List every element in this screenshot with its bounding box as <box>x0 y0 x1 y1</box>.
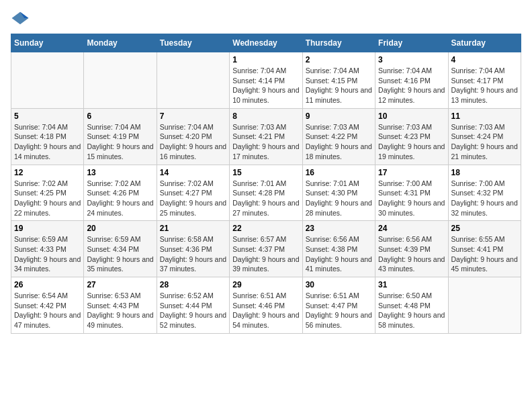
daylight-text: Daylight: 9 hours and 32 minutes. <box>451 198 518 218</box>
weekday-header: Monday <box>84 34 157 52</box>
day-number: 12 <box>14 168 81 177</box>
page-header <box>11 11 521 26</box>
daylight-text: Daylight: 9 hours and 16 minutes. <box>160 142 226 161</box>
day-info: Sunrise: 6:53 AMSunset: 4:43 PMDaylight:… <box>87 291 153 330</box>
sunset-text: Sunset: 4:44 PM <box>160 301 226 311</box>
weekday-header: Thursday <box>302 34 375 52</box>
sunset-text: Sunset: 4:36 PM <box>160 244 226 255</box>
sunrise-text: Sunrise: 6:50 AM <box>378 291 445 301</box>
day-number: 18 <box>451 168 518 177</box>
sunrise-text: Sunrise: 6:55 AM <box>451 234 518 244</box>
calendar-day-cell: 1Sunrise: 7:04 AMSunset: 4:14 PMDaylight… <box>230 52 302 109</box>
daylight-text: Daylight: 9 hours and 37 minutes. <box>160 255 226 274</box>
calendar-day-cell: 29Sunrise: 6:51 AMSunset: 4:46 PMDayligh… <box>230 277 302 334</box>
weekday-header: Sunday <box>11 34 84 52</box>
daylight-text: Daylight: 9 hours and 56 minutes. <box>306 310 372 330</box>
day-number: 27 <box>87 280 153 289</box>
daylight-text: Daylight: 9 hours and 28 minutes. <box>306 198 372 218</box>
calendar-day-cell: 15Sunrise: 7:01 AMSunset: 4:28 PMDayligh… <box>230 165 302 221</box>
sunset-text: Sunset: 4:23 PM <box>378 132 445 142</box>
day-number: 20 <box>87 224 153 233</box>
weekday-header: Tuesday <box>157 34 229 52</box>
day-info: Sunrise: 7:02 AMSunset: 4:27 PMDaylight:… <box>160 179 226 218</box>
sunrise-text: Sunrise: 6:56 AM <box>306 234 372 244</box>
sunrise-text: Sunrise: 7:03 AM <box>306 122 372 132</box>
daylight-text: Daylight: 9 hours and 41 minutes. <box>306 255 372 274</box>
daylight-text: Daylight: 9 hours and 52 minutes. <box>160 310 226 330</box>
day-number: 7 <box>160 111 226 121</box>
day-info: Sunrise: 6:55 AMSunset: 4:41 PMDaylight:… <box>451 234 518 274</box>
calendar-day-cell: 24Sunrise: 6:56 AMSunset: 4:39 PMDayligh… <box>375 221 448 277</box>
daylight-text: Daylight: 9 hours and 34 minutes. <box>14 255 81 274</box>
sunrise-text: Sunrise: 7:04 AM <box>451 66 518 76</box>
sunrise-text: Sunrise: 6:59 AM <box>87 234 153 244</box>
sunrise-text: Sunrise: 7:04 AM <box>306 66 372 76</box>
sunrise-text: Sunrise: 6:56 AM <box>378 234 445 244</box>
day-number: 15 <box>232 168 299 177</box>
daylight-text: Daylight: 9 hours and 15 minutes. <box>87 142 153 161</box>
day-info: Sunrise: 6:58 AMSunset: 4:36 PMDaylight:… <box>160 234 226 274</box>
day-number: 4 <box>451 55 518 64</box>
calendar-week-row: 5Sunrise: 7:04 AMSunset: 4:18 PMDaylight… <box>11 108 521 165</box>
sunrise-text: Sunrise: 7:03 AM <box>232 122 299 132</box>
day-info: Sunrise: 7:04 AMSunset: 4:16 PMDaylight:… <box>378 66 445 105</box>
weekday-header-row: SundayMondayTuesdayWednesdayThursdayFrid… <box>11 34 521 52</box>
daylight-text: Daylight: 9 hours and 30 minutes. <box>378 198 445 218</box>
sunset-text: Sunset: 4:47 PM <box>306 301 372 311</box>
sunrise-text: Sunrise: 7:04 AM <box>14 122 81 132</box>
day-info: Sunrise: 6:59 AMSunset: 4:33 PMDaylight:… <box>14 234 81 274</box>
daylight-text: Daylight: 9 hours and 22 minutes. <box>14 198 81 218</box>
calendar-day-cell: 22Sunrise: 6:57 AMSunset: 4:37 PMDayligh… <box>230 221 302 277</box>
day-info: Sunrise: 6:51 AMSunset: 4:46 PMDaylight:… <box>232 291 299 330</box>
day-number: 2 <box>306 55 372 64</box>
day-info: Sunrise: 6:56 AMSunset: 4:38 PMDaylight:… <box>306 234 372 274</box>
day-number: 16 <box>306 168 372 177</box>
logo-icon <box>11 11 30 26</box>
calendar-day-cell: 10Sunrise: 7:03 AMSunset: 4:23 PMDayligh… <box>375 108 448 165</box>
calendar-day-cell: 9Sunrise: 7:03 AMSunset: 4:22 PMDaylight… <box>302 108 375 165</box>
sunset-text: Sunset: 4:16 PM <box>378 76 445 86</box>
daylight-text: Daylight: 9 hours and 24 minutes. <box>87 198 153 218</box>
weekday-header: Saturday <box>448 34 521 52</box>
day-number: 30 <box>306 280 372 289</box>
day-number: 29 <box>232 280 299 289</box>
sunrise-text: Sunrise: 7:04 AM <box>232 66 299 76</box>
sunset-text: Sunset: 4:18 PM <box>14 132 81 142</box>
calendar-day-cell: 4Sunrise: 7:04 AMSunset: 4:17 PMDaylight… <box>448 52 521 109</box>
day-info: Sunrise: 7:04 AMSunset: 4:15 PMDaylight:… <box>306 66 372 105</box>
calendar-day-cell: 18Sunrise: 7:00 AMSunset: 4:32 PMDayligh… <box>448 165 521 221</box>
sunset-text: Sunset: 4:21 PM <box>232 132 299 142</box>
sunset-text: Sunset: 4:30 PM <box>306 188 372 198</box>
day-number: 26 <box>14 280 81 289</box>
weekday-header: Wednesday <box>230 34 302 52</box>
day-info: Sunrise: 6:54 AMSunset: 4:42 PMDaylight:… <box>14 291 81 330</box>
sunrise-text: Sunrise: 7:03 AM <box>451 122 518 132</box>
calendar-day-cell: 25Sunrise: 6:55 AMSunset: 4:41 PMDayligh… <box>448 221 521 277</box>
calendar-day-cell <box>84 52 157 109</box>
sunset-text: Sunset: 4:17 PM <box>451 76 518 86</box>
sunset-text: Sunset: 4:15 PM <box>306 76 372 86</box>
sunset-text: Sunset: 4:34 PM <box>87 244 153 255</box>
calendar-day-cell: 8Sunrise: 7:03 AMSunset: 4:21 PMDaylight… <box>230 108 302 165</box>
day-number: 31 <box>378 280 445 289</box>
day-info: Sunrise: 7:04 AMSunset: 4:14 PMDaylight:… <box>232 66 299 105</box>
sunrise-text: Sunrise: 6:51 AM <box>306 291 372 301</box>
calendar-day-cell: 19Sunrise: 6:59 AMSunset: 4:33 PMDayligh… <box>11 221 84 277</box>
sunrise-text: Sunrise: 7:02 AM <box>14 179 81 189</box>
daylight-text: Daylight: 9 hours and 45 minutes. <box>451 255 518 274</box>
calendar-day-cell: 31Sunrise: 6:50 AMSunset: 4:48 PMDayligh… <box>375 277 448 334</box>
calendar-week-row: 12Sunrise: 7:02 AMSunset: 4:25 PMDayligh… <box>11 165 521 221</box>
day-info: Sunrise: 6:57 AMSunset: 4:37 PMDaylight:… <box>232 234 299 274</box>
sunset-text: Sunset: 4:22 PM <box>306 132 372 142</box>
day-number: 5 <box>14 111 81 121</box>
daylight-text: Daylight: 9 hours and 54 minutes. <box>232 310 299 330</box>
day-number: 8 <box>232 111 299 121</box>
daylight-text: Daylight: 9 hours and 18 minutes. <box>306 142 372 161</box>
day-info: Sunrise: 7:00 AMSunset: 4:31 PMDaylight:… <box>378 179 445 218</box>
calendar-day-cell: 12Sunrise: 7:02 AMSunset: 4:25 PMDayligh… <box>11 165 84 221</box>
calendar-day-cell <box>448 277 521 334</box>
sunrise-text: Sunrise: 7:00 AM <box>451 179 518 189</box>
calendar-day-cell <box>11 52 84 109</box>
calendar-day-cell: 2Sunrise: 7:04 AMSunset: 4:15 PMDaylight… <box>302 52 375 109</box>
day-number: 17 <box>378 168 445 177</box>
